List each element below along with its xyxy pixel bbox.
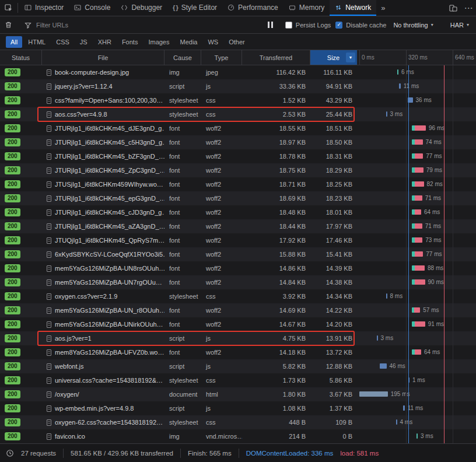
waterfall-bar bbox=[377, 335, 378, 341]
column-header-transferred[interactable]: Transferred bbox=[242, 50, 310, 65]
performance-analysis-button[interactable] bbox=[6, 449, 14, 457]
tab-performance[interactable]: Performance bbox=[222, 0, 284, 16]
waterfall-timing-label: 79 ms bbox=[426, 167, 442, 173]
request-row[interactable]: 200 JTUQjIg1_i6t8kCHKm45_QpRyS7m… font w… bbox=[0, 233, 476, 247]
cause-cell: stylesheet bbox=[164, 97, 201, 104]
request-row[interactable]: 200 wp-embed.min.js?ver=4.9.8 script js … bbox=[0, 401, 476, 415]
waterfall-cell: 46 ms bbox=[357, 359, 476, 373]
request-row[interactable]: 200 JTURjIg1_i6t8kCHKm45_epG3gnD_… font … bbox=[0, 191, 476, 205]
request-row[interactable]: 200 mem5YaGs126MiZpBA-UN7rgOUu… font wof… bbox=[0, 275, 476, 289]
persist-logs-toggle[interactable]: Persist Logs bbox=[285, 22, 331, 29]
request-row[interactable]: 200 mem8YaGs126MiZpBA-UFVZ0b.wo… font wo… bbox=[0, 345, 476, 359]
request-row[interactable]: 200 JTURjIg1_i6t8kCHKm45_bZF3gnD_… font … bbox=[0, 149, 476, 163]
request-row[interactable]: 200 aos.css?ver=4.9.8 stylesheet css 2.5… bbox=[0, 107, 476, 121]
request-row[interactable]: 200 universal.css?cache=1543818192&… sty… bbox=[0, 373, 476, 387]
waterfall-bar bbox=[386, 111, 387, 117]
request-row[interactable]: 200 JTURjIg1_i6t8kCHKm45_aZA3gnD_… font … bbox=[0, 219, 476, 233]
filter-tab-html[interactable]: HTML bbox=[23, 36, 50, 48]
status-badge: 200 bbox=[5, 390, 20, 398]
column-header-size[interactable]: Size ▼ bbox=[310, 50, 357, 65]
status-badge: 200 bbox=[5, 194, 20, 202]
clear-requests-button[interactable] bbox=[5, 21, 12, 29]
file-icon bbox=[47, 209, 51, 216]
request-row[interactable]: 200 JTUSjIg1_i6t8kCHKm459WIhyw.wo… font … bbox=[0, 177, 476, 191]
file-name: aos.css?ver=4.9.8 bbox=[55, 111, 107, 118]
request-row[interactable]: 200 JTURjIg1_i6t8kCHKm45_ZpC3gnD_… font … bbox=[0, 163, 476, 177]
filter-tab-all[interactable]: All bbox=[6, 36, 22, 48]
network-toolbar: Persist Logs ✓ Disable cache No throttli… bbox=[0, 16, 476, 34]
filter-tab-xhr[interactable]: XHR bbox=[93, 36, 116, 48]
filter-tab-other[interactable]: Other bbox=[224, 36, 250, 48]
devtools-menu-button[interactable]: ⋯ bbox=[461, 0, 476, 16]
filter-tab-media[interactable]: Media bbox=[175, 36, 202, 48]
column-header-status[interactable]: Status bbox=[0, 50, 42, 65]
tab-inspector[interactable]: Inspector bbox=[19, 0, 69, 16]
request-row[interactable]: 200 book-computer-design.jpg img jpeg 11… bbox=[0, 65, 476, 79]
request-row[interactable]: 200 mem5YaGs126MiZpBA-UN8rsOUuh… font wo… bbox=[0, 261, 476, 275]
filter-tab-ws[interactable]: WS bbox=[203, 36, 223, 48]
persist-logs-checkbox[interactable] bbox=[285, 22, 292, 29]
tab-debugger[interactable]: Debugger bbox=[116, 0, 167, 16]
waterfall-cell: 8 ms bbox=[357, 289, 476, 303]
request-row[interactable]: 200 /oxygen/ document html 1.80 KB 3.67 … bbox=[0, 387, 476, 401]
responsive-design-button[interactable] bbox=[446, 0, 461, 16]
request-row[interactable]: 200 6xKydSBYKcSV-LCoeQqfX1RYOo3i5… font … bbox=[0, 247, 476, 261]
request-row[interactable]: 200 JTURjIg1_i6t8kCHKm45_dJE3gnD_g… font… bbox=[0, 121, 476, 135]
request-row[interactable]: 200 css?family=Open+Sans:100,200,30… sty… bbox=[0, 93, 476, 107]
transferred-cell: 1.08 KB bbox=[242, 405, 310, 412]
request-row[interactable]: 200 mem5YaGs126MiZpBA-UN_r8OUuh… font wo… bbox=[0, 303, 476, 317]
size-sort-indicator[interactable]: ▼ bbox=[346, 52, 355, 62]
throttling-dropdown[interactable]: No throttling ▾ bbox=[391, 20, 435, 30]
har-dropdown[interactable]: HAR ▾ bbox=[448, 20, 471, 30]
file-icon bbox=[47, 335, 51, 342]
size-cell: 17.46 KB bbox=[310, 237, 357, 244]
request-row[interactable]: 200 webfont.js script js 5.82 KB 12.88 K… bbox=[0, 359, 476, 373]
request-row[interactable]: 200 oxygen-62.css?cache=1543818192… styl… bbox=[0, 415, 476, 429]
pick-element-button[interactable] bbox=[1, 0, 16, 16]
disable-cache-checkbox[interactable]: ✓ bbox=[335, 22, 342, 29]
filter-urls-input[interactable] bbox=[36, 22, 263, 29]
file-icon bbox=[47, 349, 51, 356]
responsive-design-icon bbox=[449, 4, 457, 12]
load-time[interactable]: load: 581 ms bbox=[340, 450, 379, 457]
file-cell: book-computer-design.jpg bbox=[42, 69, 164, 76]
waterfall-bar bbox=[399, 83, 401, 89]
tab-memory[interactable]: Memory bbox=[284, 0, 330, 16]
tab-overflow-button[interactable]: » bbox=[376, 0, 390, 16]
filter-tab-js[interactable]: JS bbox=[75, 36, 92, 48]
size-cell: 14.39 KB bbox=[310, 265, 357, 272]
tab-console[interactable]: Console bbox=[69, 0, 116, 16]
request-row[interactable]: 200 jquery.js?ver=1.12.4 script js 33.36… bbox=[0, 79, 476, 93]
tab-style-editor[interactable]: { } Style Editor bbox=[167, 0, 222, 16]
file-icon bbox=[47, 195, 51, 202]
disable-cache-toggle[interactable]: ✓ Disable cache bbox=[335, 22, 386, 29]
request-row[interactable]: 200 mem5YaGs126MiZpBA-UNirkOUuh… font wo… bbox=[0, 317, 476, 331]
request-row[interactable]: 200 favicon.ico img vnd.micros… 214 B 0 … bbox=[0, 429, 476, 443]
status-cell: 200 bbox=[0, 152, 42, 160]
status-badge: 200 bbox=[5, 68, 20, 76]
request-row[interactable]: 200 aos.js?ver=1 script js 4.75 KB 13.91… bbox=[0, 331, 476, 345]
request-row[interactable]: 200 JTURjIg1_i6t8kCHKm45_c5H3gnD_g… font… bbox=[0, 135, 476, 149]
request-row[interactable]: 200 JTURjIg1_i6t8kCHKm45_cJD3gnD_g… font… bbox=[0, 205, 476, 219]
status-cell: 200 bbox=[0, 362, 42, 370]
waterfall-cell: 11 ms bbox=[357, 79, 476, 93]
type-cell: html bbox=[201, 391, 242, 398]
filter-tab-images[interactable]: Images bbox=[144, 36, 174, 48]
file-icon bbox=[47, 265, 51, 272]
waterfall-timing-label: 74 ms bbox=[426, 139, 442, 145]
status-cell: 200 bbox=[0, 222, 42, 230]
request-row[interactable]: 200 oxygen.css?ver=2.1.9 stylesheet css … bbox=[0, 289, 476, 303]
pause-recording-button[interactable] bbox=[268, 22, 273, 28]
filter-tab-css[interactable]: CSS bbox=[51, 36, 74, 48]
column-header-cause[interactable]: Cause bbox=[164, 50, 201, 65]
dom-content-loaded-time[interactable]: DOMContentLoaded: 336 ms bbox=[246, 450, 334, 457]
status-badge: 200 bbox=[5, 306, 20, 314]
persist-logs-label: Persist Logs bbox=[296, 22, 331, 29]
tab-network[interactable]: Network bbox=[330, 0, 376, 16]
filter-tab-fonts[interactable]: Fonts bbox=[117, 36, 143, 48]
column-header-file[interactable]: File bbox=[42, 50, 164, 65]
cause-cell: font bbox=[164, 195, 201, 202]
type-cell: woff2 bbox=[201, 167, 242, 174]
column-header-type[interactable]: Type bbox=[201, 50, 242, 65]
devtools-tabbar: Inspector Console Debugger { } Style Edi… bbox=[0, 0, 476, 16]
